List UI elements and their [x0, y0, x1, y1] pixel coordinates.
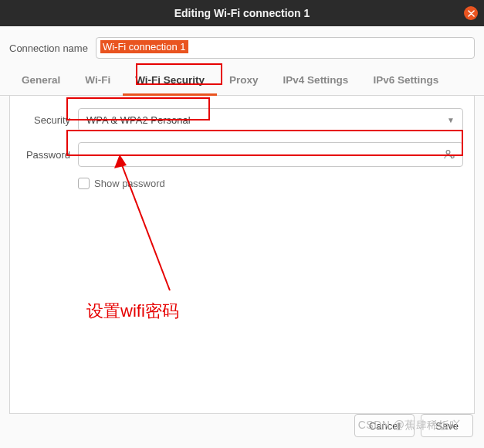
content-panel: Security WPA & WPA2 Personal ▼ Password … — [9, 96, 475, 414]
security-row: Security WPA & WPA2 Personal ▼ — [21, 108, 463, 131]
save-button[interactable]: Save — [421, 414, 473, 437]
cancel-button[interactable]: Cancel — [354, 414, 415, 437]
tab-wifi[interactable]: Wi-Fi — [73, 66, 123, 96]
titlebar: Editing Wi-Fi connection 1 — [0, 0, 484, 26]
password-input[interactable] — [85, 149, 442, 161]
password-input-wrap — [78, 142, 463, 167]
svg-point-0 — [446, 151, 450, 154]
tab-bar: General Wi-Fi Wi-Fi Security Proxy IPv4 … — [0, 66, 484, 96]
connection-name-wrap: Wi-Fi connection 1 — [96, 37, 475, 59]
tab-general[interactable]: General — [9, 66, 73, 96]
password-row: Password — [21, 142, 463, 167]
show-password-label: Show password — [94, 178, 165, 189]
tab-ipv4[interactable]: IPv4 Settings — [271, 66, 361, 96]
user-icon[interactable] — [442, 148, 456, 161]
close-button[interactable] — [464, 6, 478, 20]
show-password-row: Show password — [78, 178, 463, 189]
chevron-down-icon: ▼ — [447, 116, 455, 124]
close-icon — [468, 10, 475, 17]
security-label: Security — [21, 114, 70, 126]
tab-proxy[interactable]: Proxy — [217, 66, 271, 96]
password-label: Password — [21, 149, 70, 161]
security-select[interactable]: WPA & WPA2 Personal ▼ — [78, 108, 463, 131]
window-title: Editing Wi-Fi connection 1 — [174, 7, 310, 19]
tab-wifi-security[interactable]: Wi-Fi Security — [123, 66, 217, 96]
footer: Cancel Save — [354, 414, 473, 437]
connection-name-input[interactable] — [96, 37, 475, 59]
connection-name-row: Connection name Wi-Fi connection 1 — [0, 26, 484, 66]
show-password-checkbox[interactable] — [78, 178, 90, 189]
connection-name-label: Connection name — [9, 42, 88, 54]
security-value: WPA & WPA2 Personal — [86, 114, 191, 126]
svg-point-1 — [452, 156, 454, 158]
tab-ipv6[interactable]: IPv6 Settings — [360, 66, 451, 96]
